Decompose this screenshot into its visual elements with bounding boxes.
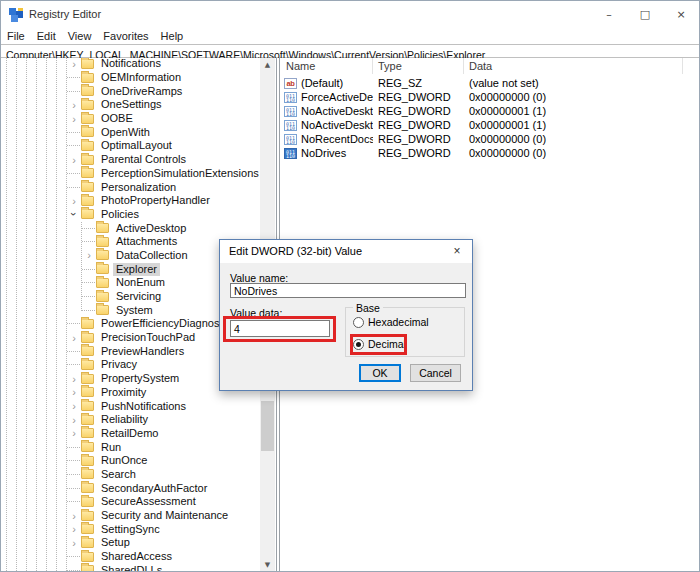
- chevron-collapsed-icon[interactable]: ›: [67, 401, 81, 411]
- maximize-icon[interactable]: □: [627, 1, 663, 28]
- hexadecimal-radio[interactable]: Hexadecimal: [353, 316, 429, 328]
- tree-item-shareddlls[interactable]: SharedDLLs: [1, 563, 260, 571]
- main-area: ›NotificationsOEMInformationOneDriveRamp…: [1, 58, 699, 571]
- tree-item-secureassessment[interactable]: SecureAssessment: [1, 495, 260, 509]
- tree-item-personalization[interactable]: Personalization: [1, 180, 260, 194]
- tree-connector: [67, 173, 80, 174]
- tree-item-setup[interactable]: ›Setup: [1, 536, 260, 550]
- tree-connector: [67, 474, 80, 475]
- value-row-nodrives[interactable]: 011110NoDrivesREG_DWORD0x00000000 (0): [281, 146, 699, 160]
- menu-edit[interactable]: Edit: [31, 28, 62, 44]
- folder-icon: [81, 319, 94, 329]
- value-name-field[interactable]: NoDrives: [230, 283, 466, 298]
- menu-file[interactable]: File: [7, 28, 31, 44]
- tree-item-retaildemo[interactable]: ›RetailDemo: [1, 427, 260, 441]
- tree-item-label: PhotoPropertyHandler: [98, 194, 213, 207]
- chevron-collapsed-icon[interactable]: ›: [67, 155, 81, 165]
- tree-item-onesettings[interactable]: ›OneSettings: [1, 98, 260, 112]
- tree-item-label: SecondaryAuthFactor: [98, 482, 210, 495]
- chevron-collapsed-icon[interactable]: ›: [67, 114, 81, 124]
- tree-item-openwith[interactable]: OpenWith: [1, 125, 260, 139]
- minimize-icon[interactable]: –: [591, 1, 627, 28]
- column-header-data[interactable]: Data: [464, 58, 683, 74]
- cancel-button[interactable]: Cancel: [410, 364, 461, 382]
- value-row-noactivedesktop[interactable]: 011110NoActiveDesktopREG_DWORD0x00000001…: [281, 104, 699, 118]
- column-header-type[interactable]: Type: [373, 58, 464, 74]
- tree-item-reliability[interactable]: ›Reliability: [1, 413, 260, 427]
- tree-item-sharedaccess[interactable]: SharedAccess: [1, 550, 260, 564]
- value-type-cell: REG_DWORD: [373, 133, 464, 145]
- chevron-collapsed-icon[interactable]: ›: [67, 374, 81, 384]
- tree-item-settingsync[interactable]: ›SettingSync: [1, 522, 260, 536]
- dialog-close-icon[interactable]: ×: [442, 240, 472, 262]
- chevron-collapsed-icon[interactable]: ›: [82, 250, 96, 260]
- value-data-cell: 0x00000000 (0): [464, 147, 699, 159]
- folder-icon: [81, 538, 94, 548]
- tree-item-label: RunOnce: [98, 454, 150, 467]
- tree-item-oobe[interactable]: ›OOBE: [1, 112, 260, 126]
- edit-dword-dialog: Edit DWORD (32-bit) Value × Value name: …: [219, 239, 473, 391]
- chevron-collapsed-icon[interactable]: ›: [67, 196, 81, 206]
- menu-view[interactable]: View: [62, 28, 98, 44]
- column-header-name[interactable]: Name: [281, 58, 373, 74]
- value-data-cell: 0x00000000 (0): [464, 133, 699, 145]
- value-type-cell: REG_DWORD: [373, 91, 464, 103]
- tree-item-parental-controls[interactable]: ›Parental Controls: [1, 153, 260, 167]
- tree-item-search[interactable]: Search: [1, 468, 260, 482]
- tree-item-label: Servicing: [113, 290, 164, 303]
- tree-connector: [82, 269, 95, 270]
- chevron-collapsed-icon[interactable]: ›: [67, 538, 81, 548]
- menu-help[interactable]: Help: [155, 28, 190, 44]
- value-row--default-[interactable]: ab(Default)REG_SZ(value not set): [281, 76, 699, 90]
- ok-button[interactable]: OK: [359, 364, 401, 382]
- tree-item-label: OptimalLayout: [98, 139, 175, 152]
- folder-icon: [81, 428, 94, 438]
- tree-item-label: PushNotifications: [98, 400, 189, 413]
- value-row-noactivedeskto-[interactable]: 011110NoActiveDeskto...REG_DWORD0x000000…: [281, 118, 699, 132]
- tree-item-label: Parental Controls: [98, 153, 189, 166]
- folder-icon: [96, 264, 109, 274]
- scrollbar-thumb[interactable]: [261, 401, 274, 451]
- folder-icon: [81, 497, 94, 507]
- tree-item-policies[interactable]: ›Policies: [1, 208, 260, 222]
- tree-item-optimallayout[interactable]: OptimalLayout: [1, 139, 260, 153]
- tree-connector: [67, 556, 80, 557]
- tree-item-pushnotifications[interactable]: ›PushNotifications: [1, 399, 260, 413]
- tree-item-oeminformation[interactable]: OEMInformation: [1, 71, 260, 85]
- tree-item-onedriveramps[interactable]: OneDriveRamps: [1, 84, 260, 98]
- hexadecimal-radio-circle[interactable]: [353, 317, 364, 328]
- chevron-expanded-icon[interactable]: ›: [69, 207, 79, 221]
- dialog-title: Edit DWORD (32-bit) Value: [229, 245, 362, 257]
- value-row-norecentdocsh-[interactable]: 011110NoRecentDocsH...REG_DWORD0x0000000…: [281, 132, 699, 146]
- value-name-text: NoDrives: [301, 147, 346, 159]
- tree-item-runonce[interactable]: RunOnce: [1, 454, 260, 468]
- chevron-collapsed-icon[interactable]: ›: [67, 511, 81, 521]
- value-row-forceactivedesk-[interactable]: 011110ForceActiveDesk...REG_DWORD0x00000…: [281, 90, 699, 104]
- close-icon[interactable]: ×: [663, 1, 699, 28]
- chevron-collapsed-icon[interactable]: ›: [67, 333, 81, 343]
- tree-item-run[interactable]: Run: [1, 440, 260, 454]
- folder-icon: [81, 415, 94, 425]
- chevron-collapsed-icon[interactable]: ›: [67, 387, 81, 397]
- value-name-text: NoActiveDeskto...: [301, 119, 373, 131]
- tree-item-secondaryauthfactor[interactable]: SecondaryAuthFactor: [1, 481, 260, 495]
- tree-connector: [82, 296, 95, 297]
- tree-item-notifications[interactable]: ›Notifications: [1, 58, 260, 71]
- scroll-up-icon[interactable]: ▲: [260, 58, 275, 71]
- menu-favorites[interactable]: Favorites: [97, 28, 154, 44]
- tree-item-perceptionsimulationextensions[interactable]: PerceptionSimulationExtensions: [1, 167, 260, 181]
- value-type-cell: REG_SZ: [373, 77, 464, 89]
- tree-connector: [67, 145, 80, 146]
- chevron-collapsed-icon[interactable]: ›: [67, 428, 81, 438]
- tree-item-photopropertyhandler[interactable]: ›PhotoPropertyHandler: [1, 194, 260, 208]
- tree-item-security-and-maintenance[interactable]: ›Security and Maintenance: [1, 509, 260, 523]
- chevron-collapsed-icon[interactable]: ›: [67, 59, 81, 69]
- tree-connector: [67, 77, 80, 78]
- tree-item-label: Notifications: [98, 58, 164, 70]
- chevron-collapsed-icon[interactable]: ›: [67, 415, 81, 425]
- tree-item-activedesktop[interactable]: ActiveDesktop: [1, 221, 260, 235]
- chevron-collapsed-icon[interactable]: ›: [67, 100, 81, 110]
- chevron-collapsed-icon[interactable]: ›: [67, 524, 81, 534]
- scroll-down-icon[interactable]: ▼: [260, 558, 275, 571]
- annotation-box-value-data: [223, 316, 336, 342]
